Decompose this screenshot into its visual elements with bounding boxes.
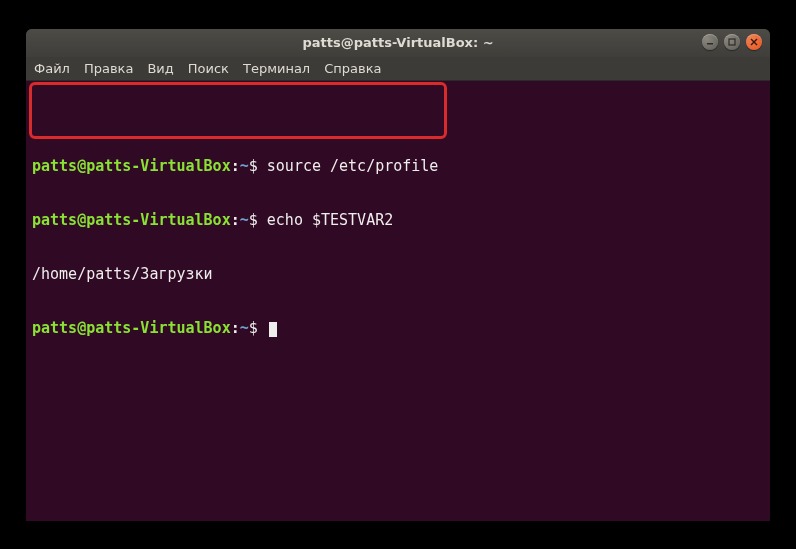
prompt-dollar: $ — [249, 319, 258, 337]
menu-search[interactable]: Поиск — [188, 61, 229, 76]
output-text: /home/patts/Загрузки — [32, 265, 213, 283]
menu-terminal[interactable]: Терминал — [243, 61, 310, 76]
prompt-colon: : — [231, 211, 240, 229]
titlebar[interactable]: patts@patts-VirtualBox: ~ — [26, 29, 770, 57]
prompt-dollar: $ — [249, 157, 258, 175]
terminal-line: patts@patts-VirtualBox:~$ source /etc/pr… — [32, 157, 764, 175]
prompt-colon: : — [231, 157, 240, 175]
terminal-viewport[interactable]: patts@patts-VirtualBox:~$ source /etc/pr… — [26, 81, 770, 521]
terminal-window: patts@patts-VirtualBox: ~ Файл Правка Ви… — [26, 29, 770, 521]
maximize-icon — [728, 38, 736, 46]
prompt-dollar: $ — [249, 211, 258, 229]
prompt-colon: : — [231, 319, 240, 337]
cursor-block — [269, 322, 277, 337]
terminal-line: /home/patts/Загрузки — [32, 265, 764, 283]
close-button[interactable] — [746, 34, 762, 50]
prompt-path: ~ — [240, 211, 249, 229]
prompt-user: patts@patts-VirtualBox — [32, 211, 231, 229]
prompt-path: ~ — [240, 319, 249, 337]
window-title: patts@patts-VirtualBox: ~ — [302, 35, 493, 50]
terminal-line: patts@patts-VirtualBox:~$ — [32, 319, 764, 337]
command-text: echo $TESTVAR2 — [267, 211, 393, 229]
menu-edit[interactable]: Правка — [84, 61, 133, 76]
svg-rect-1 — [729, 39, 735, 45]
prompt-user: patts@patts-VirtualBox — [32, 157, 231, 175]
window-controls — [702, 34, 762, 50]
command-text: source /etc/profile — [267, 157, 439, 175]
prompt-user: patts@patts-VirtualBox — [32, 319, 231, 337]
close-icon — [750, 38, 758, 46]
prompt-path: ~ — [240, 157, 249, 175]
terminal-line: patts@patts-VirtualBox:~$ echo $TESTVAR2 — [32, 211, 764, 229]
menu-view[interactable]: Вид — [147, 61, 173, 76]
annotation-highlight-box — [29, 82, 447, 139]
maximize-button[interactable] — [724, 34, 740, 50]
menu-help[interactable]: Справка — [324, 61, 381, 76]
minimize-button[interactable] — [702, 34, 718, 50]
svg-rect-0 — [707, 43, 713, 45]
minimize-icon — [706, 38, 714, 46]
menu-file[interactable]: Файл — [34, 61, 70, 76]
menubar: Файл Правка Вид Поиск Терминал Справка — [26, 57, 770, 81]
